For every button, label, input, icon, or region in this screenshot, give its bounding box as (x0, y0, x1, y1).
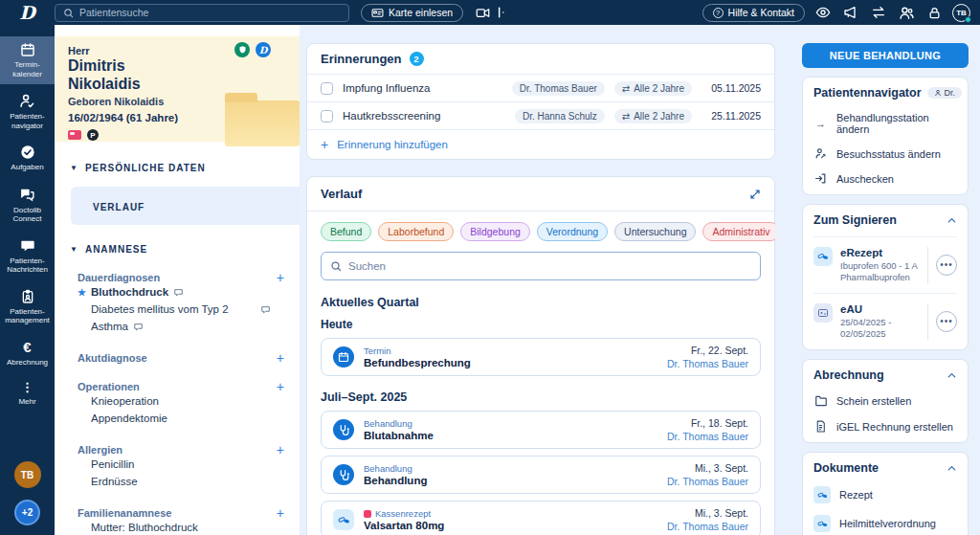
add-reminder-button[interactable]: + Erinnerung hinzufügen (307, 129, 774, 159)
history-search-input[interactable] (348, 260, 751, 272)
swap-arrows-icon[interactable] (869, 3, 888, 22)
nav-item-patientennavigator[interactable]: Patienten- navigator (0, 87, 55, 136)
add-icon[interactable]: + (277, 381, 284, 392)
current-user-avatar[interactable]: TB (14, 461, 41, 488)
doctolib-logo[interactable]: D (0, 0, 55, 25)
chevron-up-icon[interactable] (947, 215, 957, 226)
create-schein-action[interactable]: Schein erstellen (813, 394, 957, 408)
section-verlauf[interactable]: VERLAUF (71, 187, 300, 225)
nav-item-patienten-nachrichten[interactable]: Patienten- Nachrichten (0, 233, 55, 280)
history-entry-befundbesprechung[interactable]: Termin Befundbesprechung Fr., 22. Sept. … (321, 338, 761, 376)
new-treatment-button[interactable]: NEUE BEHANDLUNG (802, 43, 969, 68)
video-consult-icon[interactable] (473, 3, 492, 22)
history-search[interactable] (321, 252, 761, 280)
more-options-button[interactable]: ••• (936, 311, 957, 332)
nav-item-aufgaben[interactable]: Aufgaben (0, 139, 55, 178)
euro-icon: € (23, 340, 31, 355)
more-options-button[interactable]: ••• (936, 255, 957, 276)
history-entry-blutabnahme[interactable]: Behandlung Blutabnahme Fr., 18. Sept. Dr… (321, 411, 761, 449)
create-igel-invoice-action[interactable]: iGEL Rechnung erstellen (813, 420, 957, 433)
nav-item-doctolib-connect[interactable]: Doctolib Connect (0, 181, 55, 230)
add-icon[interactable]: + (277, 444, 284, 456)
patient-header-card[interactable]: D Herr Dimitris Nikolaidis Geboren Nikol… (55, 36, 300, 142)
check-out-action[interactable]: Auschecken (813, 172, 957, 185)
filter-chip-bildgebung[interactable]: Bildgebung (460, 222, 530, 241)
filter-chip-befund[interactable]: Befund (321, 222, 371, 241)
diagnosis-item[interactable]: Asthma (91, 319, 284, 335)
eye-icon[interactable] (813, 3, 833, 22)
allergy-item[interactable]: Erdnüsse (91, 474, 284, 490)
change-ward-action[interactable]: → Behandlungsstation ändern (813, 112, 957, 135)
chevron-up-icon[interactable] (968, 88, 969, 99)
create-heilmittelverordnung-action[interactable]: Heilmittelverordnung (813, 515, 957, 532)
filter-chip-untersuchung[interactable]: Untersuchung (614, 222, 696, 241)
more-users-avatar[interactable]: +2 (14, 500, 40, 525)
allergy-item[interactable]: Penicillin (91, 457, 284, 473)
user-avatar[interactable]: TB (952, 4, 970, 22)
patient-search-input[interactable] (79, 7, 341, 18)
reminder-checkbox[interactable] (321, 82, 333, 95)
private-badge-icon: P (87, 129, 99, 141)
entry-doctor-link[interactable]: Dr. Thomas Bauer (667, 476, 748, 487)
comment-bubble-icon[interactable] (260, 305, 271, 315)
add-icon[interactable]: + (277, 272, 284, 283)
entry-doctor-link[interactable]: Dr. Thomas Bauer (667, 358, 748, 369)
sign-item-erezept[interactable]: eRezept Ibuprofen 600 - 1 A Pharmalbupro… (813, 236, 957, 283)
filter-chip-laborbefund[interactable]: Laborbefund (378, 222, 454, 241)
divider (927, 247, 928, 283)
add-icon[interactable]: + (277, 352, 284, 364)
read-card-button[interactable]: Karte einlesen (361, 4, 463, 22)
reminder-row[interactable]: Hautkrebsscreening Dr. Hanna Schulz ⇄All… (307, 101, 774, 129)
doctor-badge: Dr. (927, 87, 963, 99)
filter-chip-administrativ[interactable]: Administrativ (702, 222, 775, 241)
insurance-shield-badge[interactable] (234, 42, 250, 57)
recurrence-pill: ⇄Alle 2 Jahre (614, 81, 692, 96)
chevron-up-icon[interactable] (947, 463, 957, 474)
nav-item-terminkalender[interactable]: Termin- kalender (0, 36, 55, 84)
operation-item[interactable]: Appendektomie (91, 411, 284, 427)
filter-chips: Befund Laborbefund Bildgebung Verordnung… (307, 212, 774, 250)
entry-doctor-link[interactable]: Dr. Thomas Bauer (667, 431, 748, 442)
panel-toggle-icon[interactable] (492, 3, 511, 22)
check-circle-icon (20, 145, 35, 160)
family-history-item[interactable]: Mutter: Bluthochdruck (91, 520, 284, 535)
comment-bubble-icon[interactable] (173, 288, 184, 298)
section-personal-data[interactable]: ▼ PERSÖNLICHE DATEN (70, 163, 300, 173)
diagnosis-item[interactable]: Diabetes mellitus vom Typ 2 (91, 301, 284, 318)
comment-bubble-icon[interactable] (133, 323, 144, 332)
filter-chip-verordnung[interactable]: Verordnung (537, 222, 608, 241)
entry-doctor-link[interactable]: Dr. Thomas Bauer (667, 521, 748, 532)
create-rezept-action[interactable]: Rezept (813, 486, 957, 503)
megaphone-icon[interactable] (841, 3, 860, 22)
add-icon[interactable]: + (277, 507, 284, 519)
help-contact-button[interactable]: ? Hilfe & Kontakt (702, 4, 805, 22)
team-icon[interactable] (897, 3, 916, 22)
nav-item-mehr[interactable]: ⋮ Mehr (0, 375, 55, 412)
insurance-card-icon (68, 130, 81, 140)
sign-item-eau[interactable]: eAU 25/04/2025 - 02/05/2025 ••• (813, 293, 957, 340)
patient-search[interactable] (55, 4, 349, 22)
reminder-checkbox[interactable] (321, 110, 333, 123)
reminders-count-badge: 2 (410, 52, 424, 66)
section-anamnese[interactable]: ▼ ANAMNESE (70, 244, 300, 255)
diagnosis-item[interactable]: ★ Bluthochdruck (78, 284, 284, 301)
operation-item[interactable]: Knieoperation (91, 393, 284, 410)
chevron-up-icon[interactable] (947, 370, 957, 381)
reminder-row[interactable]: Impfung Influenza Dr. Thomas Bauer ⇄Alle… (307, 74, 774, 101)
expand-icon[interactable] (749, 189, 761, 200)
history-entry-behandlung[interactable]: Behandlung Behandlung Mi., 3. Sept. Dr. … (321, 456, 761, 494)
appointment-icon (333, 346, 354, 368)
nav-item-abrechnung[interactable]: € Abrechnung (0, 334, 55, 373)
doctolib-account-badge[interactable]: D (256, 42, 271, 57)
nav-item-patienten-management[interactable]: Patienten- management (0, 283, 55, 331)
repeat-icon: ⇄ (622, 111, 630, 122)
history-entry-valsartan[interactable]: Kassenrezept Valsartan 80mg Mi., 3. Sept… (321, 501, 761, 535)
reminder-date: 25.11.2025 (702, 110, 761, 122)
search-icon (330, 260, 342, 272)
sick-note-icon (813, 303, 833, 323)
lock-icon[interactable] (924, 3, 944, 22)
chat-bubbles-icon (19, 187, 35, 203)
divider (927, 303, 928, 340)
change-visit-status-action[interactable]: Besuchsstatus ändern (813, 147, 957, 160)
patient-feed: Erinnerungen 2 Impfung Influenza Dr. Tho… (306, 25, 775, 535)
